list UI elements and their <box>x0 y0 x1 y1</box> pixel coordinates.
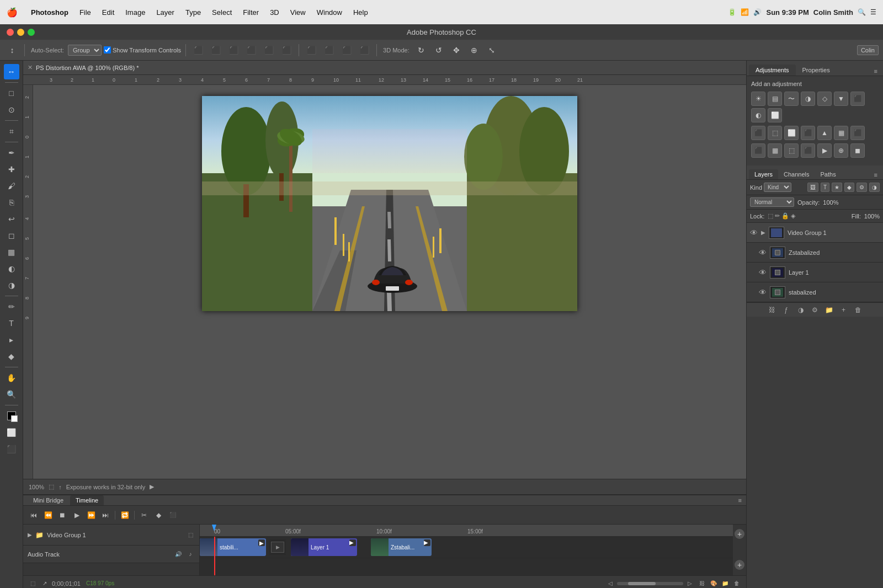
color-lookup-adj[interactable]: ⬚ <box>768 126 782 140</box>
apple-menu[interactable]: 🍎 <box>7 7 18 18</box>
new-group[interactable]: 📁 <box>823 305 836 315</box>
align-top[interactable]: ⬛ <box>243 42 259 58</box>
3d-rotate[interactable]: ↻ <box>413 42 429 58</box>
minimize-button[interactable] <box>17 29 24 36</box>
show-transform-checkbox[interactable] <box>104 46 111 54</box>
shape-tool[interactable]: ◆ <box>4 349 19 364</box>
quick-mask[interactable]: ⬛ <box>4 441 19 457</box>
play-button[interactable]: ▶ <box>150 483 154 490</box>
align-center-v[interactable]: ⬛ <box>261 42 276 58</box>
timeline-zoom-slider[interactable] <box>617 582 683 585</box>
menu-select[interactable]: Select <box>206 6 237 19</box>
shape-filter[interactable]: ◆ <box>844 183 854 192</box>
menu-view[interactable]: View <box>285 6 311 19</box>
clip-stabalized[interactable]: stabili... ▶ <box>200 538 266 556</box>
layer-style[interactable]: ƒ <box>780 305 792 315</box>
link-layers[interactable]: ⛓ <box>766 305 778 315</box>
align-center-h[interactable]: ⬛ <box>208 42 224 58</box>
clip-zstabalized[interactable]: Zstabali... ▶ <box>371 538 432 556</box>
smart-filter[interactable]: ★ <box>832 183 842 192</box>
threshold-adj[interactable]: ▲ <box>817 126 832 140</box>
search-icon[interactable]: 🔍 <box>858 8 866 16</box>
clip-options-2[interactable]: ▶ <box>349 539 356 546</box>
bw-adj[interactable]: ◐ <box>751 108 765 122</box>
clip-options-3[interactable]: ▶ <box>424 539 430 546</box>
status-icon-2[interactable]: ↑ <box>58 484 62 490</box>
tab-channels[interactable]: Channels <box>778 169 815 179</box>
close-button[interactable] <box>7 29 14 36</box>
tab-properties[interactable]: Properties <box>796 65 837 76</box>
hand-tool[interactable]: ✋ <box>4 370 19 386</box>
blur-tool[interactable]: ◐ <box>4 261 19 276</box>
menu-layer[interactable]: Layer <box>151 6 180 19</box>
brightness-contrast-adj[interactable]: ☀ <box>751 92 765 106</box>
marker[interactable]: ⬛ <box>167 509 179 521</box>
lasso-tool[interactable]: ⊙ <box>4 102 19 117</box>
distrib-3[interactable]: ⬛ <box>339 42 354 58</box>
tab-paths[interactable]: Paths <box>815 169 842 179</box>
3d-scale[interactable]: ⤡ <box>484 42 499 58</box>
gradient-adj[interactable]: ▦ <box>768 143 782 158</box>
tab-close-button[interactable]: ✕ <box>28 64 33 71</box>
adj-filter[interactable]: ⚙ <box>857 183 867 192</box>
video-adj[interactable]: ▶ <box>817 143 832 158</box>
add-mask[interactable]: ◑ <box>795 305 807 315</box>
tab-mini-bridge[interactable]: Mini Bridge <box>28 495 69 505</box>
menu-help[interactable]: Help <box>348 6 374 19</box>
play-pause[interactable]: ▶ <box>71 509 83 521</box>
photo-filter-adj[interactable]: ⬜ <box>768 108 782 122</box>
keyframe[interactable]: ◆ <box>152 509 164 521</box>
levels-adj[interactable]: ▤ <box>768 92 782 106</box>
zoom-in-tl[interactable]: ▷ <box>685 579 695 589</box>
step-back[interactable]: ⏪ <box>42 509 54 521</box>
exposure-adj[interactable]: ◑ <box>801 92 815 106</box>
loop[interactable]: 🔁 <box>119 509 131 521</box>
blend-mode-select[interactable]: Normal Multiply Screen <box>750 197 794 207</box>
eyedropper-tool[interactable]: ✒ <box>4 145 19 161</box>
notification-icon[interactable]: ☰ <box>870 8 876 16</box>
solid-color-adj[interactable]: ⬛ <box>751 143 765 158</box>
clone-tool[interactable]: ⎘ <box>4 195 19 210</box>
add-video-track[interactable]: + <box>735 529 744 539</box>
zoom-out-tl[interactable]: ◁ <box>605 579 615 589</box>
lock-pixels[interactable]: ⬚ <box>768 212 773 220</box>
add-audio-track[interactable]: + <box>735 560 744 570</box>
tab-layers[interactable]: Layers <box>749 169 778 179</box>
brush-tool[interactable]: 🖌 <box>4 178 19 194</box>
menu-edit[interactable]: Edit <box>97 6 120 19</box>
menu-window[interactable]: Window <box>311 6 348 19</box>
tl-folder[interactable]: 📁 <box>720 579 730 589</box>
marquee-tool[interactable]: □ <box>4 85 19 101</box>
tl-trash[interactable]: 🗑 <box>732 579 742 589</box>
align-bottom[interactable]: ⬛ <box>279 42 294 58</box>
kind-select[interactable]: Kind <box>764 183 791 192</box>
lock-all[interactable]: 🔒 <box>781 212 789 220</box>
maximize-button[interactable] <box>28 29 35 36</box>
menu-type[interactable]: Type <box>180 6 206 19</box>
layer-vis-1[interactable]: 👁 <box>759 268 767 277</box>
pixel-filter[interactable]: 🖼 <box>807 183 818 192</box>
move-tool[interactable]: ↕ <box>4 42 20 58</box>
audio-settings[interactable]: ♪ <box>186 550 195 559</box>
eraser-tool[interactable]: ◻ <box>4 228 19 243</box>
mask-filter[interactable]: ◑ <box>869 183 880 192</box>
pen-tool[interactable]: ✏ <box>4 299 19 314</box>
align-left[interactable]: ⬛ <box>190 42 206 58</box>
foreground-color[interactable] <box>4 408 19 424</box>
smart-object-adj[interactable]: ⬛ <box>801 143 815 158</box>
menu-file[interactable]: File <box>74 6 97 19</box>
canvas-scroll-area[interactable] <box>33 85 746 479</box>
screen-mode[interactable]: ⬜ <box>4 425 19 440</box>
step-forward[interactable]: ⏩ <box>85 509 97 521</box>
dodge-tool[interactable]: ◑ <box>4 277 19 293</box>
history-brush[interactable]: ↩ <box>4 211 19 227</box>
lock-position[interactable]: ✏ <box>775 212 780 220</box>
fill-value[interactable]: 100% <box>864 213 880 220</box>
tab-adjustments[interactable]: Adjustments <box>749 65 796 76</box>
layer-stabalized[interactable]: 👁 stabalized <box>747 282 883 302</box>
gradient-map-adj[interactable]: ▦ <box>834 126 848 140</box>
tl-link[interactable]: ⛓ <box>697 579 707 589</box>
timeline-track-area[interactable]: stabili... ▶ ▶ Layer 1 <box>200 537 733 575</box>
selective-color-adj[interactable]: ⬛ <box>850 126 865 140</box>
layer-vis-zstab[interactable]: 👁 <box>759 248 767 257</box>
